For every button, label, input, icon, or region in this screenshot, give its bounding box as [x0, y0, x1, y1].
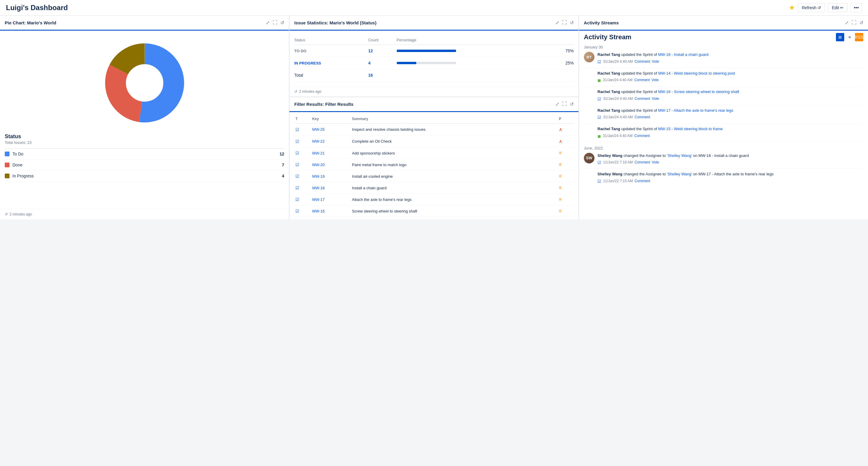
- activity-text-5: Rachel Tang updated the Sprint of MW-15 …: [597, 126, 863, 132]
- activity-refresh-icon[interactable]: ↺: [859, 20, 863, 26]
- legend-label-todo: To Do: [12, 152, 279, 156]
- activity-time-1: 31/Jan/24 4:40 AM: [603, 59, 633, 64]
- key-mw21[interactable]: MW-21: [312, 151, 325, 155]
- activity-link-mw17[interactable]: MW-17 - Attach the axle to frame's rear …: [658, 108, 733, 113]
- collapse-icon[interactable]: ⤢: [266, 20, 270, 26]
- divider-3: [584, 105, 863, 105]
- stats-fullscreen-icon[interactable]: ⛶: [562, 20, 567, 26]
- activity-comment-6[interactable]: Comment: [634, 160, 650, 164]
- activity-link-mw16[interactable]: MW-16 - Screw steering wheel to steering…: [658, 89, 739, 94]
- date-divider-jun22: June, 2022: [584, 146, 863, 150]
- type-icon-mw19: ☑: [296, 174, 299, 179]
- activity-collapse-icon[interactable]: ⤢: [845, 20, 849, 26]
- activity-type-icon-6: ☑: [597, 160, 601, 165]
- activity-comment-2[interactable]: Comment: [634, 78, 650, 82]
- summary-mw20: Paint metal frame to match logo: [351, 159, 558, 171]
- col-percentage: Percentage: [397, 35, 560, 45]
- activity-vote-1[interactable]: Vote: [652, 59, 659, 64]
- activity-panel-header: Activity Streams ⤢ ⛶ ↺: [579, 16, 868, 31]
- activity-vote-2[interactable]: Vote: [652, 78, 659, 82]
- legend-label-done: Done: [12, 163, 282, 167]
- stats-panel-header: Issue Statistics: Mario's World (Status)…: [289, 16, 579, 31]
- activity-text-4: Rachel Tang updated the Sprint of MW-17 …: [597, 108, 863, 114]
- activity-link-mw15[interactable]: MW-15 - Weld steering block to frame: [658, 126, 723, 131]
- star-button[interactable]: ★: [789, 4, 795, 11]
- pie-chart-header: Pie Chart: Mario's World ⤢ ⛶ ↺: [0, 16, 289, 31]
- total-count[interactable]: 16: [368, 73, 373, 78]
- activity-meta-1: ☑ 31/Jan/24 4:40 AM Comment Vote: [597, 59, 863, 64]
- stats-refresh-icon[interactable]: ↺: [570, 20, 574, 26]
- filter-col-priority: P: [558, 114, 574, 124]
- activity-link-sw2[interactable]: 'Shelley Wang': [667, 172, 692, 176]
- refresh-icon[interactable]: ↺: [280, 20, 284, 26]
- activity-comment-1[interactable]: Comment: [634, 59, 650, 64]
- activity-type-icon-7: ☑: [597, 179, 601, 184]
- activity-comment-5[interactable]: Comment: [634, 134, 650, 138]
- activity-comment-7[interactable]: Comment: [634, 179, 650, 183]
- refresh-button[interactable]: Refresh ↺: [798, 3, 825, 12]
- filter-col-key: Key: [311, 114, 351, 124]
- stats-row-inprogress: IN PROGRESS 4 25%: [294, 57, 574, 69]
- stats-collapse-icon[interactable]: ⤢: [555, 20, 559, 26]
- view-icon-list[interactable]: ≡: [845, 33, 854, 41]
- filter-collapse-icon[interactable]: ⤢: [555, 101, 559, 107]
- key-mw18[interactable]: MW-18: [312, 186, 325, 190]
- activity-item-2: Rachel Tang updated the Sprint of MW-14 …: [584, 70, 863, 83]
- edit-button[interactable]: Edit ✏: [828, 3, 847, 12]
- legend-items: To Do 12 Done 7 In Progress 4: [5, 148, 284, 182]
- activity-comment-3[interactable]: Comment: [634, 96, 650, 101]
- activity-user-5: Rachel Tang: [597, 126, 620, 131]
- activity-link-sw1[interactable]: 'Shelley Wang': [667, 153, 692, 158]
- count-link-todo[interactable]: 12: [368, 49, 373, 53]
- activity-fullscreen-icon[interactable]: ⛶: [852, 20, 857, 26]
- key-mw20[interactable]: MW-20: [312, 163, 325, 167]
- dashboard: Pie Chart: Mario's World ⤢ ⛶ ↺: [0, 16, 868, 219]
- activity-item-6: SW Shelley Wang changed the Assignee to …: [584, 153, 863, 165]
- activity-type-icon-4: ☑: [597, 115, 601, 120]
- view-icon-grid[interactable]: ⊞: [836, 33, 844, 41]
- filter-row-mw19: ☑ MW-19 Install air-cooled engine ≡: [294, 171, 574, 182]
- bar-todo: [397, 50, 456, 52]
- legend-label-inprogress: In Progress: [12, 174, 282, 178]
- key-mw17[interactable]: MW-17: [312, 197, 325, 202]
- col-status: Status: [294, 35, 368, 45]
- key-mw19[interactable]: MW-19: [312, 174, 325, 179]
- priority-mw22: ∧: [559, 139, 562, 144]
- activity-meta-6: ☑ 11/Jun/22 7:16 AM Comment Vote: [597, 159, 863, 165]
- divider-1: [584, 68, 863, 68]
- activity-link-mw18[interactable]: MW-18 - Install a chain guard: [658, 52, 709, 57]
- activity-time-2: 31/Jan/24 4:40 AM: [603, 78, 632, 82]
- activity-comment-4[interactable]: Comment: [634, 115, 650, 119]
- more-button[interactable]: •••: [850, 3, 862, 12]
- key-mw25[interactable]: MW-25: [312, 127, 325, 132]
- avatar-rachel-1: RT: [584, 52, 594, 62]
- activity-item-1: RT Rachel Tang updated the Sprint of MW-…: [584, 52, 863, 64]
- activity-user-4: Rachel Tang: [597, 108, 620, 113]
- priority-mw25: ∧: [559, 127, 562, 132]
- fullscreen-icon[interactable]: ⛶: [273, 20, 277, 26]
- activity-item-4: Rachel Tang updated the Sprint of MW-17 …: [584, 108, 863, 120]
- activity-text-3: Rachel Tang updated the Sprint of MW-16 …: [597, 89, 863, 95]
- stats-panel-icons: ⤢ ⛶ ↺: [555, 20, 574, 26]
- middle-column: Issue Statistics: Mario's World (Status)…: [289, 16, 579, 219]
- activity-item-7: Shelley Wang changed the Assignee to 'Sh…: [584, 171, 863, 184]
- pie-chart-footer: ↺ 2 minutes ago: [0, 209, 289, 219]
- view-icon-rss[interactable]: RSS: [855, 33, 863, 41]
- key-mw16[interactable]: MW-16: [312, 209, 325, 213]
- key-mw22[interactable]: MW-22: [312, 139, 325, 144]
- priority-mw19: ≡: [559, 174, 562, 179]
- filter-refresh-icon[interactable]: ↺: [570, 101, 574, 107]
- activity-user-1: Rachel Tang: [597, 52, 620, 57]
- activity-user-6: Shelley Wang: [597, 153, 622, 158]
- legend-color-inprogress: [5, 174, 9, 178]
- filter-fullscreen-icon[interactable]: ⛶: [562, 101, 567, 107]
- activity-link-mw14[interactable]: MW-14 - Weld steering block to steering …: [658, 71, 735, 76]
- activity-vote-3[interactable]: Vote: [652, 96, 659, 101]
- activity-meta-5: ◼ 31/Jan/24 4:40 AM Comment: [597, 133, 863, 139]
- refresh-footer-icon: ↺: [5, 212, 8, 216]
- count-link-inprogress[interactable]: 4: [368, 61, 371, 65]
- activity-content-4: Rachel Tang updated the Sprint of MW-17 …: [597, 108, 863, 120]
- divider-4: [584, 123, 863, 124]
- activity-vote-6[interactable]: Vote: [652, 160, 659, 164]
- stats-footer-time: 2 minutes ago: [299, 89, 321, 94]
